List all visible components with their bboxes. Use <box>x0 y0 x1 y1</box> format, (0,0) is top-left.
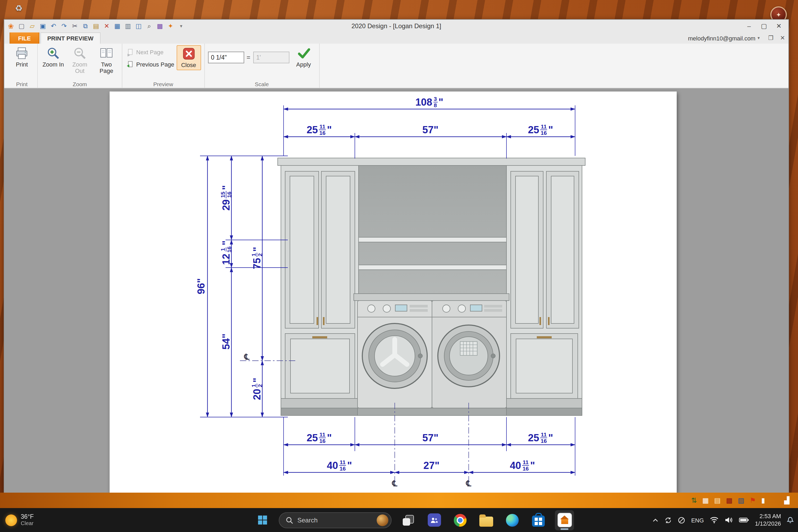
dim-base-right: 401116" <box>510 459 535 472</box>
qat-menu-chevron-icon[interactable]: ▾ <box>177 22 186 31</box>
file-tab[interactable]: FILE <box>10 32 39 44</box>
render-icon[interactable]: ▩ <box>155 22 165 31</box>
previous-page-icon <box>126 60 134 68</box>
status-sheet-icon[interactable]: ▤ <box>714 496 721 504</box>
dim-centerline-to-floor: 2012" <box>251 378 263 400</box>
paste-icon[interactable]: ▤ <box>92 22 100 31</box>
status-grid-icon[interactable]: ▦ <box>702 496 709 504</box>
undo-icon[interactable]: ↶ <box>49 22 58 31</box>
schedule-icon[interactable]: ▥ <box>124 22 132 31</box>
account-menu[interactable]: melodyfinn10@gmail.com ▾ <box>688 33 760 44</box>
status-panel-icon[interactable]: ▮ <box>761 496 765 504</box>
ribbon-tab-row: FILE PRINT PREVIEW melodyfinn10@gmail.co… <box>4 33 788 44</box>
ribbon-group-print: Print Print <box>6 44 38 88</box>
wifi-icon[interactable] <box>710 517 719 524</box>
search-box[interactable]: Search <box>279 512 392 528</box>
close-preview-button[interactable]: Close <box>176 45 201 70</box>
previous-page-button[interactable]: Previous Page <box>126 60 174 69</box>
item-list-icon[interactable]: ▦ <box>113 22 122 31</box>
search-highlight-image <box>377 514 388 526</box>
start-button[interactable] <box>253 510 272 530</box>
status-swatch-blue-icon[interactable]: ▨ <box>738 496 744 504</box>
battery-icon[interactable] <box>739 517 749 523</box>
dim-upper-cabinet-height: 291516" <box>220 185 232 211</box>
status-corner-icon[interactable]: ▟ <box>784 496 790 504</box>
app-status-bar: ⇅ ▦ ▤ ▩ ▨ ⚑ ▮ ▟ <box>0 493 798 508</box>
edge-app-icon[interactable] <box>503 510 522 530</box>
account-email: melodyfinn10@gmail.com <box>688 35 756 41</box>
taskbar-center-icons: Search <box>253 508 574 532</box>
copy-icon[interactable]: ⧉ <box>81 22 90 31</box>
scale-target-input[interactable]: 1' <box>253 52 289 63</box>
ribbon-group-zoom: Zoom In Zoom Out Two Page Zoom <box>38 44 122 88</box>
print-preview-tab[interactable]: PRINT PREVIEW <box>40 33 100 44</box>
design-2020-app-icon[interactable] <box>555 510 574 530</box>
dim-top-to-centerline: 7512" <box>251 247 263 269</box>
two-page-label: Two Page <box>94 61 119 74</box>
two-page-icon <box>99 46 113 60</box>
save-icon[interactable]: ▣ <box>38 22 48 31</box>
open-folder-icon[interactable]: ▱ <box>28 22 37 31</box>
clock[interactable]: 2:53 AM 1/12/2026 <box>755 513 781 527</box>
teams-app-icon[interactable] <box>424 510 444 530</box>
sun-icon <box>5 514 17 526</box>
chrome-icon <box>454 514 467 527</box>
search-placeholder: Search <box>298 516 373 524</box>
elevation-drawing <box>110 92 677 493</box>
weather-condition: Clear <box>21 520 34 527</box>
profile-glyph: ✦ <box>776 11 781 18</box>
file-explorer-icon[interactable] <box>477 510 496 530</box>
weather-widget[interactable]: 36°F Clear <box>5 508 34 532</box>
zoom-in-button[interactable]: Zoom In <box>41 45 65 68</box>
image-zoom-icon[interactable]: ⌕ <box>145 22 154 31</box>
dim-bottom-left: 251116" <box>307 432 332 444</box>
recycle-bin-icon[interactable]: ♻ <box>15 3 23 13</box>
maximize-button[interactable]: ▢ <box>757 20 772 32</box>
app-logo-icon: ❀ <box>6 22 15 31</box>
chrome-app-icon[interactable] <box>451 510 470 530</box>
dim-base-center: 27" <box>423 460 439 471</box>
apply-button[interactable]: Apply <box>291 45 316 68</box>
taskbar: 36°F Clear Search <box>0 508 798 532</box>
cut-icon[interactable]: ✂ <box>70 22 79 31</box>
task-view-button[interactable] <box>398 510 418 530</box>
status-sort-arrows-icon[interactable]: ⇅ <box>691 496 697 504</box>
active-app-indicator <box>560 528 568 530</box>
tray-chevron-up-icon[interactable] <box>652 518 659 522</box>
new-document-icon[interactable]: ▢ <box>17 22 26 31</box>
two-page-button[interactable]: Two Page <box>94 45 119 74</box>
delete-icon[interactable]: ✕ <box>102 22 111 31</box>
house-logo-icon <box>561 519 568 524</box>
volume-icon[interactable] <box>725 517 733 524</box>
restore-document-icon[interactable]: ❐ <box>766 33 776 44</box>
previous-page-label: Previous Page <box>136 61 174 68</box>
zoom-out-button[interactable]: Zoom Out <box>68 45 92 74</box>
group-label-print: Print <box>6 81 37 87</box>
group-label-preview: Preview <box>122 81 204 87</box>
settings-run-icon[interactable]: ✦ <box>166 22 175 31</box>
next-page-button[interactable]: Next Page <box>126 48 174 57</box>
close-document-icon[interactable]: ✕ <box>778 33 787 44</box>
screen: ♻ ✦ ❀ ▢ ▱ ▣ ↶ ↷ ✂ ⧉ ▤ ✕ ▦ ▥ ◫ ⌕ ▩ ✦ ▾ <box>0 0 798 532</box>
apply-check-icon <box>297 46 310 60</box>
scale-value-input[interactable]: 0 1/4" <box>208 52 244 63</box>
group-label-scale: Scale <box>205 81 319 87</box>
status-flag-icon[interactable]: ⚑ <box>749 496 756 504</box>
notification-bell-icon[interactable] <box>787 517 794 524</box>
preview-canvas[interactable]: 10838" 251116" 57" 251116" 96" 291516" 1… <box>4 88 788 493</box>
close-button[interactable]: ✕ <box>772 20 786 32</box>
dim-top-left: 251116" <box>307 124 332 136</box>
language-indicator[interactable]: ENG <box>691 517 704 523</box>
dim-shelf-section-height: 12116" <box>220 241 232 265</box>
status-swatch-red-icon[interactable]: ▩ <box>726 496 733 504</box>
do-not-disturb-icon[interactable] <box>678 516 685 524</box>
print-button[interactable]: Print <box>10 45 34 68</box>
print-preview-page: 10838" 251116" 57" 251116" 96" 291516" 1… <box>110 92 677 493</box>
plan-view-icon[interactable]: ◫ <box>134 22 143 31</box>
minimize-button[interactable]: – <box>742 20 757 32</box>
sync-icon[interactable] <box>664 516 672 524</box>
title-bar: ❀ ▢ ▱ ▣ ↶ ↷ ✂ ⧉ ▤ ✕ ▦ ▥ ◫ ⌕ ▩ ✦ ▾ 2020 D… <box>4 20 788 33</box>
redo-icon[interactable]: ↷ <box>60 22 69 31</box>
next-page-label: Next Page <box>136 49 164 55</box>
microsoft-store-icon[interactable] <box>529 510 548 530</box>
